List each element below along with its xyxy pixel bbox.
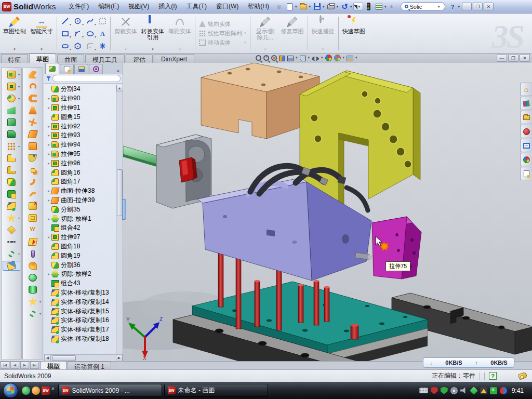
sketch-text-tool[interactable]: A [96,27,109,39]
help-icon[interactable]: ? [448,2,457,11]
feature-tree-item[interactable]: 拉伸95 [46,150,123,159]
configuration-manager-tab[interactable] [74,64,88,74]
menu-item[interactable]: 窗口(W) [211,1,243,12]
file-explorer-tab[interactable] [520,111,532,124]
ribbon-tab[interactable]: 评估 [126,54,153,63]
antivirus-alert-icon[interactable] [431,387,438,394]
feature-tree-item[interactable]: 组合42 [46,223,123,233]
undo-icon[interactable]: ↺ [340,2,349,11]
view-palette-tab[interactable] [520,139,532,152]
feature-tree-item[interactable]: 实体-移动/复制17 [46,325,123,335]
print-icon[interactable] [326,2,335,11]
minimize-button[interactable]: — [462,3,472,10]
mold-toolbar-icon[interactable] [24,94,42,103]
pin-icon[interactable]: ◎ [275,2,284,11]
feature-tree-item[interactable]: 拉伸90 [46,94,123,103]
feature-tree-item[interactable]: 切除-放样2 [46,270,123,279]
mold-toolbar-icon[interactable] [24,165,42,175]
feature-tree-item[interactable]: 拉伸94 [46,140,123,150]
feature-tree-item[interactable]: 分割35 [46,205,123,214]
feature-toolbar-icon[interactable] [3,213,20,223]
ellipse-tool[interactable]: ▾ [84,27,96,39]
feature-tree-item[interactable]: 分割34 [46,85,123,94]
mold-toolbar-icon[interactable] [24,237,42,247]
menu-item[interactable]: 视图(V) [124,1,154,12]
next-tab-button[interactable]: ▶ [20,362,29,369]
point-tool[interactable] [96,39,109,52]
start-button[interactable] [3,383,18,398]
mold-toolbar-icon[interactable] [24,201,42,211]
ribbon-tab[interactable]: 模具工具 [85,54,125,63]
feature-toolbar-icon[interactable] [3,261,20,271]
sketch-fillet-tool[interactable]: +▾ [84,39,96,52]
home-tab[interactable]: ⌂ [520,83,532,96]
mold-toolbar-icon[interactable] [24,309,42,318]
health-tray-icon[interactable] [490,387,497,394]
appearances-tab[interactable] [520,153,532,166]
scroll-up-button[interactable]: ▲ [116,85,123,91]
display-delete-relations-button[interactable]: 显示/删除几...▾ [252,15,279,52]
feature-toolbar-icon[interactable] [3,201,20,211]
annotation-view-icon[interactable] [347,56,353,61]
feature-tree-item[interactable]: 组合43 [46,279,123,288]
volume-icon[interactable] [460,387,468,394]
tree-filter-input[interactable] [52,75,121,82]
mold-toolbar-icon[interactable] [24,225,42,235]
scene-icon[interactable] [334,55,341,61]
rapid-sketch-button[interactable]: 快速草图 [340,15,367,52]
doc-minimize-button[interactable]: — [497,54,507,62]
display-style-icon[interactable] [300,56,306,61]
feature-toolbar-icon[interactable] [3,153,20,163]
quicklaunch-solidworks-icon[interactable]: SW [42,387,50,395]
feature-tree-item[interactable]: 圆角16 [46,168,123,177]
menu-item[interactable]: 插入(I) [154,1,181,12]
zoom-area-icon[interactable] [263,55,269,61]
clock[interactable]: 9:41 [512,387,524,394]
polygon-tool[interactable] [71,39,84,52]
keyboard-layout-icon[interactable] [419,388,428,393]
feature-tree-item[interactable]: 圆角19 [46,251,123,260]
options-icon[interactable] [375,2,383,11]
quick-tips-icon[interactable]: ? [489,372,497,380]
mold-toolbar-icon[interactable] [24,285,42,295]
feature-toolbar-icon[interactable] [3,70,20,79]
quick-snaps-button[interactable]: 快速捕捉▾ [310,15,337,52]
feature-tree-item[interactable]: 实体-移动/复制15 [46,307,123,316]
convert-entities-button[interactable]: 转换实体引用▾ [139,15,166,52]
box-select-tool[interactable] [96,15,109,27]
menu-item[interactable]: 编辑(E) [94,1,124,12]
quicklaunch-browser-icon[interactable] [32,387,40,395]
smart-dimension-button[interactable]: ↔ 智能尺寸▾ [28,15,55,52]
expander-icon[interactable] [46,152,51,156]
mold-toolbar-icon[interactable] [24,129,42,139]
feature-toolbar-icon[interactable] [3,105,20,115]
expander-icon[interactable] [46,161,51,166]
expander-icon[interactable] [46,217,51,221]
mold-toolbar-icon[interactable] [24,141,42,151]
offset-entities-button[interactable]: 等距实体▾ [166,15,193,52]
slot-tool[interactable]: ▾ [59,39,71,52]
expander-icon[interactable] [46,235,51,240]
feature-manager-tab[interactable] [45,63,59,74]
mold-toolbar-icon[interactable] [24,261,42,271]
mold-toolbar-icon[interactable] [24,153,42,163]
mold-toolbar-icon[interactable] [24,82,42,91]
first-tab-button[interactable]: |◀ [1,362,9,369]
update-tray-icon[interactable] [500,387,507,394]
mold-toolbar-icon[interactable] [24,249,42,259]
expander-icon[interactable] [46,124,51,129]
trim-entities-button[interactable]: 剪裁实体▾ [112,15,139,52]
document-tab[interactable]: 运动算例 1 [68,362,111,369]
prev-tab-button[interactable]: ◀ [10,362,19,369]
security-shield-icon[interactable] [441,387,448,394]
graphics-viewport[interactable]: Y Z X 拉伸75 ⌂ [123,63,532,361]
panel-splitter-handle[interactable] [122,199,126,220]
sync-tray-icon[interactable] [470,387,478,395]
feature-toolbar-icon[interactable] [3,94,20,103]
new-file-icon[interactable] [285,2,294,11]
scroll-right-button[interactable]: ▶ [116,355,123,362]
arc-tool[interactable]: ▾ [71,27,84,39]
linear-pattern-button[interactable]: 线性草图阵列▾ [199,30,246,37]
doc-restore-button[interactable]: ❐ [508,54,518,62]
feature-tree-item[interactable]: 实体-移动/复制18 [46,335,123,344]
